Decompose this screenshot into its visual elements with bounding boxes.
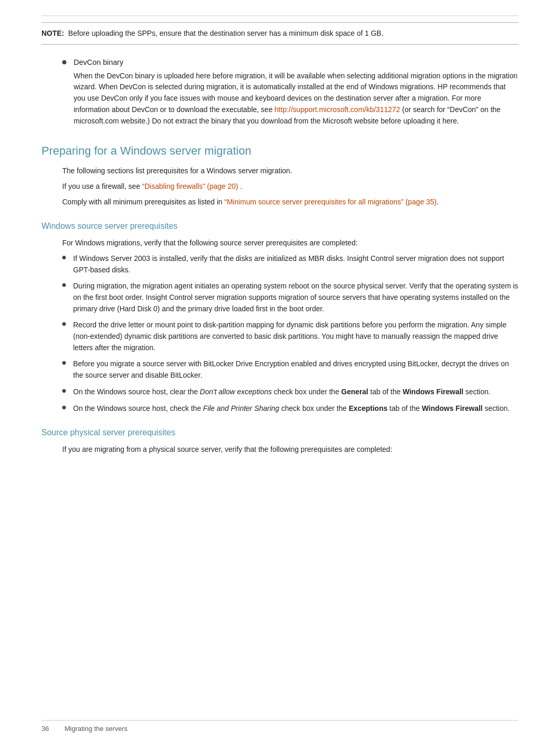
list-dot: [62, 283, 66, 287]
intro-para3-suffix: .: [437, 198, 439, 206]
list-dot: [62, 256, 66, 259]
firewall-link[interactable]: “Disabling firewalls” (page 20): [142, 182, 238, 190]
list-item: If Windows Server 2003 is installed, ver…: [62, 253, 519, 275]
windows-prereq-heading: Windows source server prerequisites: [41, 220, 519, 232]
devcon-link[interactable]: http://support.microsoft.com/kb/311272: [275, 105, 400, 114]
footer-page-number: 36: [41, 724, 49, 734]
intro-para2: If you use a firewall, see “Disabling fi…: [41, 181, 519, 192]
top-rule: [41, 16, 519, 16]
windows-prereq-intro: For Windows migrations, verify that the …: [41, 238, 519, 249]
intro-para2-prefix: If you use a firewall, see: [62, 182, 142, 190]
note-text: Before uploading the SPPs, ensure that t…: [68, 28, 384, 39]
windows-bullet-list: If Windows Server 2003 is installed, ver…: [41, 253, 519, 414]
note-label: NOTE:: [41, 28, 64, 39]
page: NOTE: Before uploading the SPPs, ensure …: [0, 0, 560, 746]
list-text: On the Windows source host, clear the Do…: [73, 386, 519, 398]
devcon-section: DevCon binary When the DevCon binary is …: [41, 57, 519, 127]
list-dot: [62, 322, 66, 326]
list-text: Record the drive letter or mount point t…: [73, 320, 519, 353]
intro-para1: The following sections list prerequisite…: [41, 165, 519, 177]
devcon-title: DevCon binary: [74, 57, 519, 68]
note-line: NOTE: Before uploading the SPPs, ensure …: [41, 28, 519, 39]
list-item: During migration, the migration agent in…: [62, 281, 519, 314]
footer: 36 Migrating the servers: [41, 720, 519, 734]
intro-para3-prefix: Comply with all minimum prerequisites as…: [62, 198, 225, 206]
list-item: Record the drive letter or mount point t…: [62, 320, 519, 353]
list-dot: [62, 406, 66, 409]
note-box: NOTE: Before uploading the SPPs, ensure …: [41, 22, 519, 45]
intro-para3: Comply with all minimum prerequisites as…: [41, 197, 519, 208]
footer-page-label: Migrating the servers: [64, 724, 127, 734]
list-item: Before you migrate a source server with …: [62, 358, 519, 381]
devcon-body: When the DevCon binary is uploaded here …: [74, 71, 519, 127]
list-text: Before you migrate a source server with …: [73, 358, 519, 381]
devcon-bullet-dot: [62, 60, 66, 64]
source-physical-intro: If you are migrating from a physical sou…: [41, 444, 519, 455]
list-dot: [62, 361, 66, 365]
preparing-section-heading: Preparing for a Windows server migration: [41, 142, 519, 159]
list-item: On the Windows source host, clear the Do…: [62, 386, 519, 398]
list-text: On the Windows source host, check the Fi…: [73, 403, 519, 415]
intro-para2-suffix: .: [238, 182, 242, 190]
list-text: During migration, the migration agent in…: [73, 281, 519, 314]
minimum-prereq-link[interactable]: “Minimum source server prerequisites for…: [225, 198, 437, 206]
list-item: On the Windows source host, check the Fi…: [62, 403, 519, 415]
list-text: If Windows Server 2003 is installed, ver…: [73, 253, 519, 275]
source-physical-heading: Source physical server prerequisites: [41, 426, 519, 439]
list-dot: [62, 389, 66, 393]
devcon-content: DevCon binary When the DevCon binary is …: [74, 57, 519, 127]
